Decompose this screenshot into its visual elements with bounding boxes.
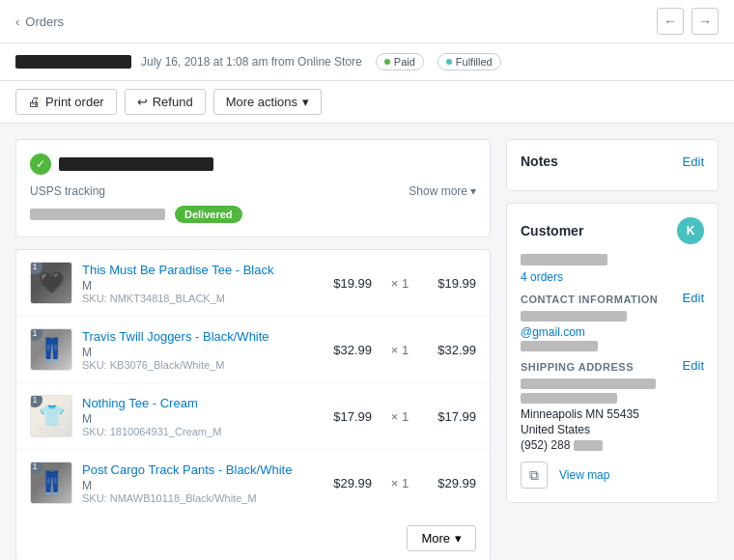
item-sku: SKU: NMKT34818_BLACK_M [82,293,314,304]
more-button-row: More ▾ [16,516,490,560]
notes-card: Notes Edit [506,139,719,191]
contact-label: CONTACT INFORMATION [521,294,658,305]
item-details: Nothing Tee - Cream M SKU: 1810064931_Cr… [82,396,314,437]
items-more-button[interactable]: More ▾ [407,525,476,551]
item-thumbnail: 👕 [39,404,65,429]
shipping-edit-link[interactable]: Edit [683,358,704,373]
email-blurred [521,311,627,322]
phone-blurred [521,341,598,351]
order-date: July 16, 2018 at 1:08 am from Online Sto… [141,55,362,69]
paid-badge: Paid [376,53,424,70]
item-details: Post Cargo Track Pants - Black/White M S… [82,462,314,504]
addr-line1-blurred [521,378,656,389]
item-unit-price: $29.99 [324,476,372,490]
breadcrumb: ‹ Orders [15,14,64,29]
notes-edit-link[interactable]: Edit [683,154,704,169]
more-actions-button[interactable]: More actions ▾ [213,89,322,115]
item-image: 1 👖 [30,462,72,504]
customer-avatar: K [677,217,704,244]
customer-orders-link[interactable]: 4 orders [521,270,563,284]
chevron-left-icon: ‹ [15,14,19,29]
item-image: 1 👖 [30,328,72,371]
item-variant: M [82,479,314,492]
customer-email[interactable]: @gmail.com [521,325,704,339]
top-navigation: ‹ Orders ← → [0,0,734,43]
item-pricing: $32.99 × 1 $32.99 [324,343,476,357]
phone-partial: (952) 288 [521,438,704,452]
item-thumbnail: 👖 [39,337,65,362]
left-panel: ✓ USPS tracking Show more ▾ Delivered 1 … [15,139,491,560]
notes-title: Notes [521,154,558,169]
delivered-badge: Delivered [175,206,242,223]
order-item: 1 👕 Nothing Tee - Cream M SKU: 181006493… [16,383,490,450]
item-thumbnail: 🖤 [39,270,65,295]
item-total-price: $32.99 [428,343,476,357]
item-name[interactable]: Travis Twill Joggers - Black/White [82,329,269,344]
order-items-list: 1 🖤 This Must Be Paradise Tee - Black M … [16,250,490,516]
item-quantity: × 1 [385,476,414,490]
addr-line2-blurred [521,393,617,404]
show-more-label: Show more [409,184,467,198]
item-sku: SKU: KB3076_Black/White_M [82,359,314,371]
phone-prefix: (952) 288 [521,438,570,452]
fulfilled-dot [446,59,452,65]
item-quantity: × 1 [385,343,414,357]
view-map-link[interactable]: View map [559,468,609,482]
city-state-zip: Minneapolis MN 55435 [521,407,704,421]
item-details: This Must Be Paradise Tee - Black M SKU:… [82,263,314,304]
item-total-price: $17.99 [428,409,476,424]
item-quantity: × 1 [385,409,414,424]
print-icon: 🖨 [28,95,41,109]
contact-edit-link[interactable]: Edit [683,291,704,305]
refund-icon: ↩ [137,95,148,109]
country: United States [521,423,704,436]
copy-address-button[interactable]: ⧉ [521,462,548,489]
right-panel: Notes Edit Customer K 4 orders CONTACT I… [506,139,719,560]
nav-arrows: ← → [657,8,719,35]
breadcrumb-orders[interactable]: Orders [25,14,64,29]
refund-button[interactable]: ↩ Refund [125,89,206,115]
item-unit-price: $32.99 [324,343,372,357]
item-variant: M [82,279,314,293]
order-item: 1 🖤 This Must Be Paradise Tee - Black M … [16,250,490,317]
item-pricing: $29.99 × 1 $29.99 [324,476,476,490]
tracking-row: USPS tracking Show more ▾ [30,184,476,198]
action-bar: 🖨 Print order ↩ Refund More actions ▾ [0,81,734,124]
more-actions-label: More actions [226,95,297,109]
item-total-price: $29.99 [428,476,476,490]
customer-header: Customer K [521,217,704,244]
fulfillment-card: ✓ USPS tracking Show more ▾ Delivered [15,139,491,238]
fulfilled-label: Fulfilled [456,56,493,68]
item-total-price: $19.99 [428,276,476,291]
paid-label: Paid [394,56,415,68]
delivered-row: Delivered [30,206,476,223]
next-order-button[interactable]: → [692,8,719,35]
order-item: 1 👖 Travis Twill Joggers - Black/White M… [16,317,490,383]
map-actions: ⧉ View map [521,462,704,489]
tracking-number-blurred [30,209,165,220]
item-sku: SKU: NMAWB10118_Black/White_M [82,492,314,504]
refund-label: Refund [153,95,193,109]
item-image: 1 🖤 [30,262,72,304]
item-image: 1 👕 [30,395,72,437]
print-label: Print order [45,95,104,109]
item-name[interactable]: This Must Be Paradise Tee - Black [82,263,273,277]
item-variant: M [82,412,314,426]
item-pricing: $19.99 × 1 $19.99 [324,276,476,291]
item-name[interactable]: Nothing Tee - Cream [82,396,198,410]
customer-name-blurred [521,254,607,266]
chevron-down-icon: ▾ [470,184,476,198]
fulfillment-header: ✓ [30,154,476,175]
item-pricing: $17.99 × 1 $17.99 [324,409,476,424]
item-unit-price: $19.99 [324,276,372,291]
shipping-label: SHIPPING ADDRESS [521,361,634,373]
show-more-button[interactable]: Show more ▾ [409,184,476,198]
item-name[interactable]: Post Cargo Track Pants - Black/White [82,462,292,477]
shipping-section-header: SHIPPING ADDRESS Edit [521,351,704,378]
tracking-label: USPS tracking [30,184,105,198]
item-thumbnail: 👖 [39,470,65,495]
print-order-button[interactable]: 🖨 Print order [15,89,117,115]
prev-order-button[interactable]: ← [657,8,684,35]
paid-dot [384,59,390,65]
customer-card: Customer K 4 orders CONTACT INFORMATION … [506,203,719,503]
